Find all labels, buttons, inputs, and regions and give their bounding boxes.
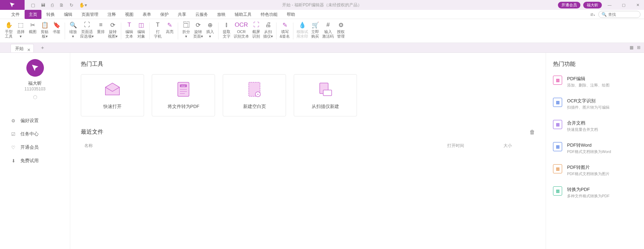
trash-icon[interactable]: 🗑 [529, 129, 535, 135]
menu-帮助[interactable]: 帮助 [282, 10, 299, 19]
menu-转换[interactable]: 转换 [42, 10, 59, 19]
ribbon-label: 旋转 页面▾ [193, 30, 203, 39]
add-tab-button[interactable]: ＋ [40, 45, 45, 51]
ribbon-label: 从扫 描仪▾ [263, 30, 273, 39]
ribbon-插入[interactable]: ⊕插入 ▾ [204, 21, 216, 41]
close-button[interactable]: ✕ [631, 0, 644, 10]
ribbon-授权管理[interactable]: ⚙授权 管理 [335, 21, 347, 41]
ribbon-书签[interactable]: 🔖书签 [51, 21, 63, 41]
nav-icon: ⬇ [11, 158, 16, 164]
feature-转换为PDF[interactable]: ▦转换为PDF多种文件格式转换为PDF [553, 186, 637, 199]
feature-PDF转图片[interactable]: ▦PDF转图片PDF格式文档转换为图片 [553, 164, 637, 177]
ribbon-label: 截屏 识别 [252, 30, 260, 39]
ribbon-OCR识别文本[interactable]: OCROCR 识别文本 [233, 21, 250, 41]
ribbon-编辑对象[interactable]: ◫编辑 对象 [135, 21, 147, 41]
ribbon-立即购买[interactable]: 🛒立即 购买 [309, 21, 321, 41]
feature-合并文档[interactable]: ▦合并文档快速批量合并文档 [553, 120, 637, 132]
grid-view-icon[interactable]: ▦ [630, 45, 633, 50]
menu-保护[interactable]: 保护 [156, 10, 173, 19]
ribbon-剪贴板[interactable]: 📋剪贴 板▾ [39, 21, 51, 41]
nav-免费试用[interactable]: ⬇免费试用 [0, 154, 70, 167]
list-view-icon[interactable]: ⊞ [637, 45, 640, 50]
menu-主页[interactable]: 主页 [25, 10, 41, 19]
vip-button[interactable]: 开通会员 [558, 2, 580, 8]
menu-页面管理[interactable]: 页面管理 [77, 10, 103, 19]
tool-card-新建空白页[interactable]: +新建空白页 [223, 74, 286, 116]
menu-bar: 文件主页转换编辑页面管理注释视图表单保护共享云服务放映辅助工具特色功能帮助 ⎚▾… [0, 10, 644, 19]
ribbon-折分[interactable]: ⿹折分 ▾ [180, 21, 192, 41]
col-size: 大小 [503, 143, 532, 149]
ribbon-从扫描仪[interactable]: 🖨从扫 描仪▾ [262, 21, 274, 41]
feature-PDF转Word[interactable]: ▦PDF转WordPDF格式文档转换为Word [553, 142, 637, 154]
ribbon-label: 编辑 文本 [125, 30, 133, 39]
ribbon-icon: ✋ [5, 21, 13, 29]
ribbon-移除试用水印: 💧移除试 用水印 [295, 21, 309, 41]
ribbon-输入激活码[interactable]: #输入 激活码 [321, 21, 335, 41]
user-pill[interactable]: 福大昕 [583, 2, 602, 8]
menu-注释[interactable]: 注释 [103, 10, 120, 19]
ribbon-提取文字[interactable]: ⫿提取 文字 [221, 21, 233, 41]
ribbon-截图[interactable]: ✂截图 [27, 21, 39, 41]
ribbon-高亮[interactable]: ✎高亮 [164, 21, 176, 41]
tool-card-快速打开[interactable]: 快速打开 [81, 74, 144, 116]
quick-access-toolbar: ▢ 🖬 ⎙ 🗎 ↻ ✋▾ [31, 2, 87, 8]
ribbon-旋转视图[interactable]: ⟳旋转 视图▾ [107, 21, 119, 41]
menu-共享[interactable]: 共享 [174, 10, 190, 19]
redo-icon[interactable]: ↻ [70, 2, 73, 8]
search-input[interactable] [608, 12, 636, 17]
nav-label: 免费试用 [20, 158, 39, 164]
feature-desc: 添加、删除、注释、绘图 [567, 83, 610, 88]
menu-云服务[interactable]: 云服务 [191, 10, 212, 19]
ribbon-页面适应选项[interactable]: ⛶页面适 应选项▾ [79, 21, 95, 41]
tool-card-从扫描仪新建[interactable]: 从扫描仪新建 [294, 74, 357, 116]
open-icon[interactable]: ▢ [31, 2, 35, 8]
tool-card-icon [317, 81, 334, 98]
feature-PDF编辑[interactable]: ▦PDF编辑添加、删除、注释、绘图 [553, 76, 637, 88]
ribbon-编辑文本[interactable]: T编辑 文本 [123, 21, 135, 41]
ribbon-icon: ⫿ [225, 21, 228, 29]
nav-任务中心[interactable]: ☑任务中心 [0, 127, 70, 141]
menu-文件[interactable]: 文件 [7, 10, 24, 19]
print-icon[interactable]: ⎙ [51, 2, 54, 8]
search-box[interactable]: 🔍 [598, 11, 640, 18]
avatar[interactable] [26, 59, 44, 77]
svg-text:PDF: PDF [181, 85, 186, 87]
ribbon-icon: OCR [235, 21, 248, 29]
menu-编辑[interactable]: 编辑 [60, 10, 77, 19]
user-badge-icon: ⬡ [33, 94, 37, 100]
ribbon-重排[interactable]: ≡重排 [95, 21, 107, 41]
menu-视图[interactable]: 视图 [121, 10, 138, 19]
maximize-button[interactable]: ▢ [617, 0, 630, 10]
tool-card-将文件转为PDF[interactable]: PDF将文件转为PDF [152, 74, 215, 116]
ribbon-icon: ⟳ [196, 21, 201, 29]
ribbon-label: 书签 [53, 30, 60, 34]
ribbon-label: 插入 ▾ [206, 30, 214, 39]
ribbon-旋转页面[interactable]: ⟳旋转 页面▾ [192, 21, 204, 41]
ribbon-填写&签名[interactable]: ✎填写 &签名 [279, 21, 291, 41]
save-icon[interactable]: 🖬 [41, 2, 45, 8]
menu-辅助工具[interactable]: 辅助工具 [230, 10, 256, 19]
ribbon-打字机[interactable]: T打 字机 [152, 21, 164, 41]
ribbon-手型工具[interactable]: ✋手型 工具 [3, 21, 15, 41]
tab-start[interactable]: 开始 ✕ [11, 44, 34, 52]
close-icon[interactable]: ✕ [27, 46, 31, 54]
ribbon-选择[interactable]: ⬚选择 ▾ [15, 21, 27, 41]
hand-icon[interactable]: ✋▾ [79, 2, 87, 8]
search-mode-dropdown[interactable]: ⎚▾ [591, 12, 596, 17]
menu-表单[interactable]: 表单 [138, 10, 155, 19]
minimize-button[interactable]: — [603, 0, 616, 10]
menu-特色功能[interactable]: 特色功能 [256, 10, 282, 19]
undo-icon[interactable]: 🗎 [59, 2, 64, 8]
nav-开通会员[interactable]: ♡开通会员 [0, 141, 70, 154]
nav-偏好设置[interactable]: ⚙偏好设置 [0, 114, 70, 127]
feature-icon: ▦ [553, 164, 562, 173]
feature-OCR文字识别[interactable]: ▦OCR文字识别扫描件、图片转为可编辑 [553, 98, 637, 110]
ribbon-截屏识别[interactable]: ⛶截屏 识别 [250, 21, 262, 41]
feature-icon: ▦ [553, 186, 562, 196]
ribbon-缩放[interactable]: 🔍缩放 ▾ [67, 21, 79, 41]
nav-label: 偏好设置 [20, 117, 39, 124]
menu-放映[interactable]: 放映 [213, 10, 230, 19]
ribbon-label: OCR 识别文本 [234, 30, 249, 39]
nav-icon: ♡ [11, 145, 16, 150]
ribbon-icon: ⟳ [110, 21, 115, 29]
